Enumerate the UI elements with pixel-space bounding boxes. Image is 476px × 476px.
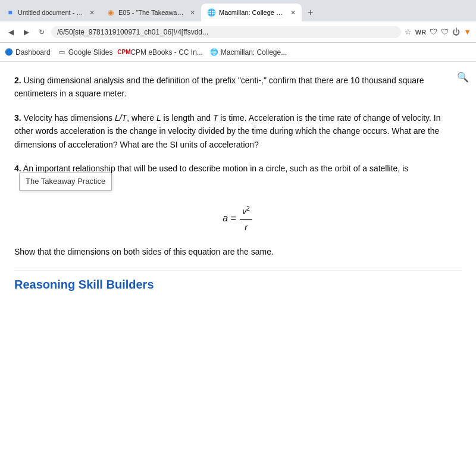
bookmark-google-slides[interactable]: ▭ Google Slides <box>58 48 113 57</box>
address-text: /6/50[ste_9781319100971_ch01_06]!/4[ffsv… <box>57 28 395 36</box>
tab-label-1: Untitled document - Go <box>18 9 83 16</box>
page-content: 🔍 2. Using dimensional analysis and the … <box>0 62 476 476</box>
q3-l: L <box>156 113 161 123</box>
q2-number: 2. <box>14 76 21 85</box>
macmillan-bookmark-icon: 🌐 <box>210 48 218 57</box>
address-bar-row: ◀ ▶ ↻ /6/50[ste_9781319100971_ch01_06]!/… <box>0 21 476 43</box>
back-button[interactable]: ◀ <box>5 26 17 38</box>
address-icons: ☆ WR 🛡 🛡 ⏻ ▼ <box>405 27 471 36</box>
q3-number: 3. <box>14 113 21 123</box>
page-search-icon[interactable]: 🔍 <box>457 71 469 83</box>
forward-button[interactable]: ▶ <box>20 26 32 38</box>
wr-icon: WR <box>415 29 426 36</box>
takeaway-tooltip: The Takeaway Practice <box>19 173 112 191</box>
bookmark-dashboard-label: Dashboard <box>15 48 51 57</box>
q3-lt: L/T <box>115 113 127 123</box>
tab-close-2[interactable]: ✕ <box>190 9 195 17</box>
takeaway-icon: ◉ <box>107 8 115 17</box>
tab-macmillan[interactable]: 🌐 Macmillan: College Phy ✕ <box>201 4 302 21</box>
tab-takeaway[interactable]: ◉ E05 - "The Takeaway" S ✕ <box>101 4 201 21</box>
google-doc-icon: ■ <box>6 8 14 17</box>
address-bar[interactable]: /6/50[ste_9781319100971_ch01_06]!/4[ffsv… <box>51 26 401 38</box>
vpn-icon: 🛡 <box>441 27 449 36</box>
profile-icon: ▼ <box>464 27 471 36</box>
tab-close-3[interactable]: ✕ <box>290 9 296 17</box>
question-2: 2. Using dimensional analysis and the de… <box>14 74 462 101</box>
q4-text-before: An important relationship that will be u… <box>23 164 408 173</box>
bookmark-cpm[interactable]: CPM CPM eBooks - CC In... <box>120 48 202 57</box>
question-3: 3. Velocity has dimensions L/T, where L … <box>14 111 462 151</box>
equation-lhs: a = <box>223 214 239 224</box>
q3-text-1: Velocity has dimensions <box>24 113 115 123</box>
fraction: v2 r <box>240 204 252 234</box>
question-4: 4. An important relationship that will b… <box>14 162 462 258</box>
superscript-2: 2 <box>246 205 250 212</box>
q4-number: 4. <box>14 164 21 173</box>
shield-icon: 🛡 <box>430 27 437 36</box>
q4-first-line: 4. An important relationship that will b… <box>14 162 462 193</box>
q4-show-text: Show that the dimensions on both sides o… <box>14 245 462 258</box>
section-heading: Reasoning Skill Builders <box>14 270 462 292</box>
dashboard-icon: 🔵 <box>5 48 13 57</box>
numerator: v2 <box>240 204 252 220</box>
q2-text: Using dimensional analysis and the defin… <box>14 76 424 98</box>
tab-bar: ■ Untitled document - Go ✕ ◉ E05 - "The … <box>0 0 476 21</box>
denominator: r <box>242 220 250 234</box>
bookmark-macmillan-label: Macmillan: College... <box>221 48 287 57</box>
tab-close-1[interactable]: ✕ <box>89 9 95 17</box>
q3-text-3: is length and <box>161 113 213 123</box>
cpm-icon: CPM <box>120 48 128 57</box>
q3-text-2: , where <box>127 113 156 123</box>
tab-label-2: E05 - "The Takeaway" S <box>118 9 184 16</box>
macmillan-icon: 🌐 <box>207 8 215 17</box>
browser-chrome: ■ Untitled document - Go ✕ ◉ E05 - "The … <box>0 0 476 62</box>
tab-label-3: Macmillan: College Phy <box>219 9 284 16</box>
bookmark-star-icon[interactable]: ☆ <box>405 27 412 36</box>
google-slides-icon: ▭ <box>58 48 66 57</box>
bookmark-cpm-label: CPM eBooks - CC In... <box>130 48 202 57</box>
bookmarks-bar: 🔵 Dashboard ▭ Google Slides CPM CPM eBoo… <box>0 43 476 62</box>
bookmark-dashboard[interactable]: 🔵 Dashboard <box>5 48 51 57</box>
new-tab-button[interactable]: + <box>302 4 319 21</box>
equation-block: a = v2 r <box>14 204 462 234</box>
bookmark-slides-label: Google Slides <box>68 48 113 57</box>
power-icon: ⏻ <box>452 27 460 36</box>
reload-button[interactable]: ↻ <box>36 26 48 38</box>
bookmark-macmillan[interactable]: 🌐 Macmillan: College... <box>210 48 287 57</box>
tab-google-doc[interactable]: ■ Untitled document - Go ✕ <box>0 4 101 21</box>
